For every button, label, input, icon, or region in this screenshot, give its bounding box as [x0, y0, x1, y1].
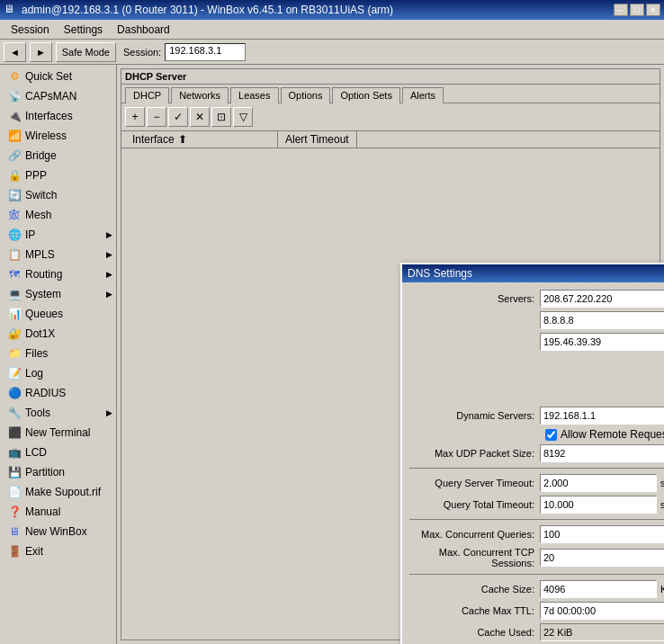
- sidebar-item-bridge[interactable]: 🔗 Bridge: [0, 146, 116, 165]
- sidebar-item-interfaces[interactable]: 🔌 Interfaces: [0, 106, 116, 126]
- routing-arrow: ▶: [106, 270, 112, 279]
- sidebar-item-mesh[interactable]: 🕸 Mesh: [0, 205, 116, 225]
- sidebar-item-lcd[interactable]: 📺 LCD: [0, 443, 116, 462]
- dialog-title-text: DNS Settings: [408, 267, 472, 280]
- close-button[interactable]: ✕: [646, 4, 660, 16]
- sidebar-item-label: New WinBox: [25, 525, 87, 538]
- sidebar-item-new-winbox[interactable]: 🖥 New WinBox: [0, 522, 116, 541]
- sidebar-item-label: Log: [25, 367, 43, 380]
- query-server-timeout-unit: s: [660, 478, 664, 488]
- sidebar-item-tools[interactable]: 🔧 Tools ▶: [0, 403, 116, 423]
- sidebar-item-capsman[interactable]: 📡 CAPsMAN: [0, 86, 116, 106]
- max-concurrent-tcp-input[interactable]: [540, 549, 664, 567]
- sidebar-item-label: PPP: [25, 169, 47, 182]
- switch-icon: 🔄: [7, 188, 22, 202]
- sidebar-item-partition[interactable]: 💾 Partition: [0, 462, 116, 482]
- max-udp-label: Max UDP Packet Size:: [409, 448, 540, 459]
- max-concurrent-queries-input[interactable]: [540, 525, 664, 543]
- sidebar-item-make-supout[interactable]: 📄 Make Supout.rif: [0, 482, 116, 502]
- sidebar-item-label: Exit: [25, 545, 43, 558]
- sidebar-item-mpls[interactable]: 📋 MPLS ▶: [0, 245, 116, 264]
- sidebar-item-label: Mesh: [25, 209, 51, 221]
- sidebar-item-label: Files: [25, 347, 48, 360]
- mpls-arrow: ▶: [106, 250, 112, 259]
- dynamic-servers-input[interactable]: [540, 407, 664, 425]
- server2-input[interactable]: [540, 311, 664, 329]
- window-controls: ─ □ ✕: [614, 4, 660, 16]
- ip-icon: 🌐: [7, 228, 22, 242]
- make-supout-icon: 📄: [7, 485, 22, 499]
- cache-size-unit: KiB: [660, 584, 664, 595]
- sidebar-item-queues[interactable]: 📊 Queues: [0, 304, 116, 324]
- mpls-icon: 📋: [7, 247, 22, 262]
- interfaces-icon: 🔌: [7, 109, 22, 123]
- system-arrow: ▶: [106, 290, 112, 299]
- tab-alerts[interactable]: Alerts: [402, 87, 444, 103]
- content-area: DHCP Server DHCP Networks Leases Options…: [117, 65, 664, 644]
- dialog-title-bar: DNS Settings □ ✕: [402, 264, 664, 282]
- forward-button[interactable]: ►: [30, 42, 52, 62]
- sidebar-item-label: Switch: [25, 189, 57, 201]
- servers-label: Servers:: [409, 293, 540, 304]
- sidebar-item-label: RADIUS: [25, 387, 66, 399]
- sidebar-item-new-terminal[interactable]: ⬛ New Terminal: [0, 423, 116, 443]
- sidebar-item-label: Bridge: [25, 149, 57, 162]
- sidebar-item-system[interactable]: 💻 System ▶: [0, 284, 116, 304]
- capsman-icon: 📡: [7, 89, 22, 103]
- manual-icon: ❓: [7, 505, 22, 519]
- sidebar-item-ip[interactable]: 🌐 IP ▶: [0, 225, 116, 245]
- allow-remote-label: Allow Remote Requests: [561, 428, 664, 441]
- cache-max-ttl-input[interactable]: [540, 602, 664, 620]
- sidebar-item-wireless[interactable]: 📶 Wireless: [0, 126, 116, 146]
- minimize-button[interactable]: ─: [614, 4, 628, 16]
- ip-arrow: ▶: [106, 230, 112, 239]
- query-total-timeout-input[interactable]: [540, 496, 657, 514]
- sidebar-item-manual[interactable]: ❓ Manual: [0, 502, 116, 522]
- title-bar: 🖥 admin@192.168.3.1 (0 Router 3011) - Wi…: [0, 0, 664, 20]
- dot1x-icon: 🔐: [7, 326, 22, 341]
- sidebar-item-label: Queues: [25, 308, 63, 320]
- cache-max-ttl-label: Cache Max TTL:: [409, 605, 540, 616]
- maximize-button[interactable]: □: [630, 4, 644, 16]
- sidebar-item-exit[interactable]: 🚪 Exit: [0, 541, 116, 561]
- sidebar-item-switch[interactable]: 🔄 Switch: [0, 185, 116, 205]
- dynamic-servers-label: Dynamic Servers:: [409, 410, 540, 421]
- partition-icon: 💾: [7, 465, 22, 479]
- sidebar-item-files[interactable]: 📁 Files: [0, 344, 116, 363]
- sidebar-item-label: CAPsMAN: [25, 90, 76, 103]
- max-concurrent-tcp-label: Max. Concurrent TCP Sessions:: [409, 547, 540, 568]
- query-total-timeout-label: Query Total Timeout:: [409, 499, 540, 510]
- query-server-timeout-input[interactable]: [540, 474, 657, 492]
- safe-mode-button[interactable]: Safe Mode: [56, 42, 116, 62]
- sidebar-item-label: Dot1X: [25, 327, 55, 340]
- log-icon: 📝: [7, 366, 22, 380]
- allow-remote-row: Allow Remote Requests: [409, 428, 664, 441]
- sidebar-item-label: Manual: [25, 505, 60, 518]
- app-icon: 🖥: [4, 3, 18, 17]
- menu-dashboard[interactable]: Dashboard: [110, 22, 177, 38]
- cache-used-label: Cache Used:: [409, 627, 540, 638]
- sidebar-item-label: New Terminal: [25, 426, 90, 439]
- lcd-icon: 📺: [7, 445, 22, 460]
- menu-session[interactable]: Session: [4, 22, 57, 38]
- sidebar-item-label: MPLS: [25, 248, 55, 261]
- sidebar-item-radius[interactable]: 🔵 RADIUS: [0, 383, 116, 403]
- sidebar-item-ppp[interactable]: 🔒 PPP: [0, 165, 116, 185]
- allow-remote-checkbox[interactable]: [545, 429, 557, 441]
- quick-set-icon: ⚙: [7, 69, 22, 84]
- max-udp-input[interactable]: [540, 444, 664, 462]
- sidebar-item-quick-set[interactable]: ⚙ Quick Set: [0, 67, 116, 86]
- server3-input[interactable]: [540, 333, 664, 351]
- back-button[interactable]: ◄: [4, 42, 26, 62]
- files-icon: 📁: [7, 346, 22, 361]
- exit-icon: 🚪: [7, 544, 22, 559]
- menu-settings[interactable]: Settings: [57, 22, 110, 38]
- server1-input[interactable]: [540, 290, 664, 308]
- sidebar-item-routing[interactable]: 🗺 Routing ▶: [0, 264, 116, 284]
- bridge-icon: 🔗: [7, 148, 22, 163]
- cache-size-input[interactable]: [540, 580, 657, 598]
- max-concurrent-queries-label: Max. Concurrent Queries:: [409, 529, 540, 540]
- sidebar-item-log[interactable]: 📝 Log: [0, 363, 116, 383]
- system-icon: 💻: [7, 287, 22, 301]
- sidebar-item-dot1x[interactable]: 🔐 Dot1X: [0, 324, 116, 344]
